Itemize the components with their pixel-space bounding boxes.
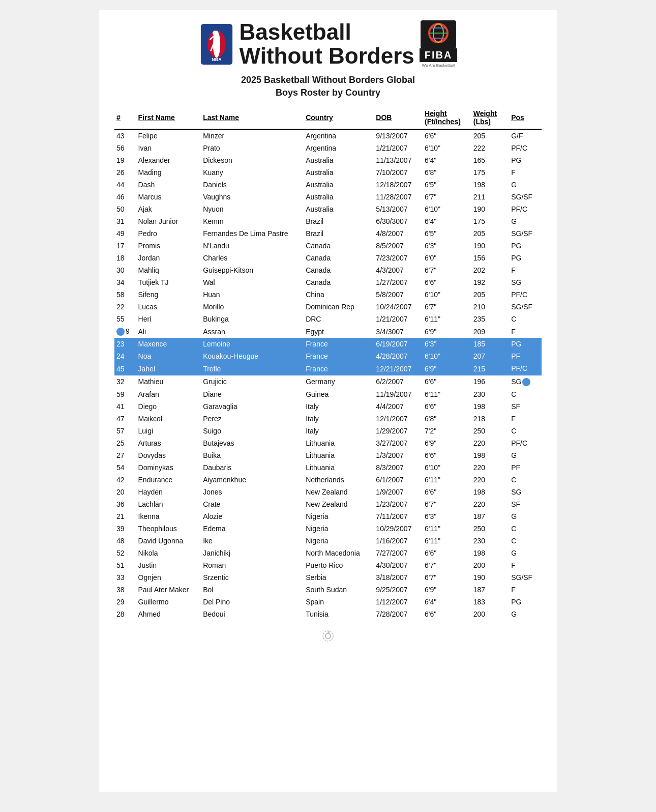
cell-country: Australia — [304, 179, 374, 191]
cell-dob: 7/28/2007 — [374, 608, 423, 620]
cell-pos: G — [509, 608, 542, 620]
cell-pos: PG — [509, 240, 542, 252]
cell-last: Nyuon — [201, 203, 304, 215]
cell-last: Daniels — [201, 179, 304, 191]
cell-country: France — [304, 350, 374, 362]
cell-height: 6'6" — [423, 400, 471, 413]
cell-weight: 207 — [471, 350, 509, 362]
cell-height: 6'10" — [423, 142, 471, 154]
cell-first: Arafan — [136, 388, 201, 400]
cell-last: Vaughns — [201, 191, 304, 203]
cell-dob: 6/19/2007 — [374, 338, 423, 350]
cell-weight: 211 — [471, 191, 509, 203]
cell-dob: 4/3/2007 — [374, 264, 423, 276]
table-row: 18JordanCharlesCanada7/23/20076'0"156PG — [114, 252, 542, 264]
cell-pos: C — [509, 388, 542, 400]
cell-last: Crate — [201, 498, 304, 510]
cell-num: 51 — [114, 559, 136, 571]
cell-num: 58 — [114, 288, 136, 301]
title-line2: Without Borders — [240, 44, 414, 68]
cell-first: Mathieu — [136, 375, 201, 388]
col-header-height: Height (Ft/Inches) — [423, 106, 471, 129]
col-header-weight: Weight (Lbs) — [471, 106, 509, 129]
cell-pos: PF — [509, 350, 542, 362]
cell-country: Australia — [304, 166, 374, 179]
cell-pos: G — [509, 179, 542, 191]
cell-country: Lithuania — [304, 449, 374, 461]
cell-dob: 1/21/2007 — [374, 142, 423, 154]
cell-dob: 1/23/2007 — [374, 498, 423, 510]
cell-num: 27 — [114, 449, 136, 461]
cell-height: 6'9" — [423, 437, 471, 449]
cell-last: Bedoui — [201, 608, 304, 620]
cell-num: 31 — [114, 215, 136, 227]
cell-weight: 183 — [471, 596, 509, 608]
cell-weight: 220 — [471, 474, 509, 486]
cell-last: Buika — [201, 449, 304, 461]
cell-num: 49 — [114, 227, 136, 240]
fiba-text: FIBA — [420, 48, 458, 62]
title-block: Basketball Without Borders — [240, 20, 414, 67]
cell-last: Wal — [201, 276, 304, 288]
cell-pos: SG — [509, 276, 542, 288]
cell-pos: SG/SF — [509, 301, 542, 313]
cell-pos: SG/SF — [509, 191, 542, 203]
cell-country: Serbia — [304, 571, 374, 584]
footer-icon — [114, 628, 542, 646]
cell-pos: F — [509, 413, 542, 425]
cell-weight: 196 — [471, 375, 509, 388]
cell-weight: 175 — [471, 166, 509, 179]
cell-height: 7'2" — [423, 425, 471, 437]
cell-weight: 198 — [471, 400, 509, 413]
cell-weight: 200 — [471, 559, 509, 571]
cell-height: 6'4" — [423, 596, 471, 608]
cell-dob: 8/5/2007 — [374, 240, 423, 252]
cell-first: Justin — [136, 559, 201, 571]
table-row: 36LachlanCrateNew Zealand1/23/20076'7"22… — [114, 498, 542, 510]
table-row: 50AjakNyuonAustralia5/13/20076'10"190PF/… — [114, 203, 542, 215]
cell-last: Huan — [201, 288, 304, 301]
cell-dob: 6/2/2007 — [374, 375, 423, 388]
cell-first: Endurance — [136, 474, 201, 486]
cell-last: Bol — [201, 584, 304, 596]
cell-height: 6'10" — [423, 203, 471, 215]
cell-num: 9 — [114, 325, 136, 338]
cell-last: Janichikj — [201, 547, 304, 559]
cell-weight: 210 — [471, 301, 509, 313]
cell-first: Mahliq — [136, 264, 201, 276]
col-header-pos: Pos — [509, 106, 542, 129]
cell-weight: 190 — [471, 203, 509, 215]
cell-num: 30 — [114, 264, 136, 276]
table-row: 51JustinRomanPuerto Rico4/30/20076'7"200… — [114, 559, 542, 571]
cell-height: 6'11" — [423, 523, 471, 535]
cell-first: Pedro — [136, 227, 201, 240]
table-row: 25ArturasButajevasLithuania3/27/20076'9"… — [114, 437, 542, 449]
cell-weight: 222 — [471, 142, 509, 154]
cell-country: Lithuania — [304, 461, 374, 474]
cell-last: Fernandes De Lima Pastre — [201, 227, 304, 240]
header: NBA Basketball Without Borders FIBA We A… — [114, 20, 542, 68]
cell-height: 6'6" — [423, 608, 471, 620]
cell-country: New Zealand — [304, 486, 374, 498]
cell-country: Spain — [304, 596, 374, 608]
cell-weight: 220 — [471, 498, 509, 510]
cell-country: Lithuania — [304, 437, 374, 449]
cell-last: Daubaris — [201, 461, 304, 474]
cell-dob: 9/13/2007 — [374, 129, 423, 142]
cell-pos: G — [509, 449, 542, 461]
cell-pos: F — [509, 264, 542, 276]
cell-num: 42 — [114, 474, 136, 486]
cell-height: 6'10" — [423, 350, 471, 362]
cell-last: Prato — [201, 142, 304, 154]
cell-first: Dovydas — [136, 449, 201, 461]
cell-height: 6'6" — [423, 276, 471, 288]
cell-last: Charles — [201, 252, 304, 264]
cell-weight: 209 — [471, 325, 509, 338]
cell-country: Nigeria — [304, 523, 374, 535]
subtitle1: 2025 Basketball Without Borders Global — [114, 75, 542, 85]
cell-weight: 198 — [471, 449, 509, 461]
cell-num: 56 — [114, 142, 136, 154]
cell-height: 6'9" — [423, 362, 471, 375]
cell-country: Australia — [304, 203, 374, 215]
table-row: 47MaikcolPerezItaly12/1/20076'8"218F — [114, 413, 542, 425]
